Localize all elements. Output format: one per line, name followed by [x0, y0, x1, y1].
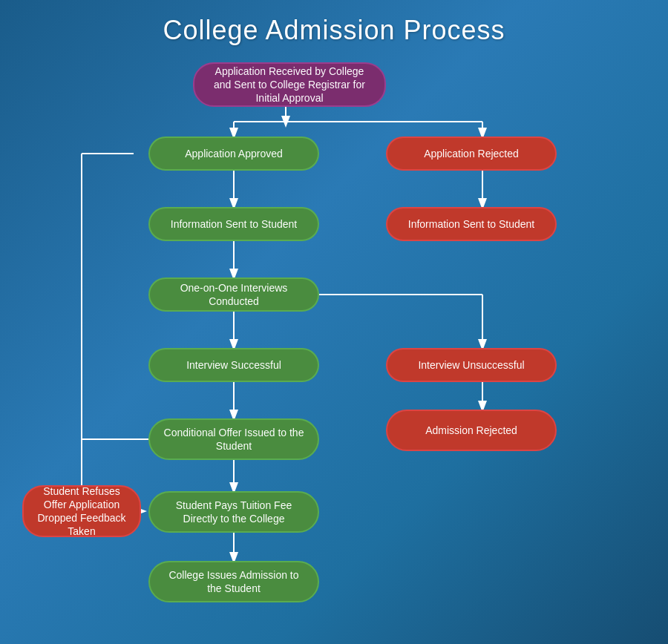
college-issues-box: College Issues Admission to the Student [148, 561, 319, 602]
diagram-area: Application Received by College and Sent… [22, 62, 646, 611]
student-pays-box: Student Pays Tuition Fee Directly to the… [148, 491, 319, 533]
application-rejected-box: Application Rejected [386, 137, 557, 171]
info-sent-green-box: Information Sent to Student [148, 207, 319, 241]
interview-success-box: Interview Successful [148, 348, 319, 382]
page-title: College Admission Process [22, 15, 646, 46]
start-box: Application Received by College and Sent… [193, 62, 386, 107]
student-refuses-box: Student Refuses Offer Application Droppe… [22, 485, 141, 537]
interview-conduct-box: One-on-One Interviews Conducted [148, 277, 319, 312]
page: College Admission Process [0, 0, 668, 644]
interview-fail-box: Interview Unsuccessful [386, 348, 557, 382]
application-approved-box: Application Approved [148, 137, 319, 171]
info-sent-red-box: Information Sent to Student [386, 207, 557, 241]
conditional-offer-box: Conditional Offer Issued to the Student [148, 418, 319, 460]
admission-rejected-box: Admission Rejected [386, 410, 557, 451]
